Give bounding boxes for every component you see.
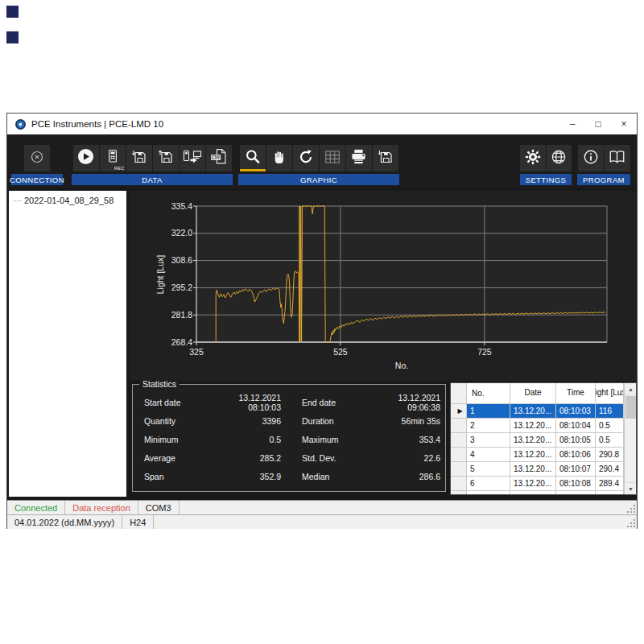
save-chart-button[interactable] <box>373 145 398 171</box>
stat-value: 13.12.2021 08:10:03 <box>218 393 281 412</box>
close-button[interactable]: × <box>611 114 637 134</box>
cell-no[interactable]: 1 <box>467 404 510 419</box>
tree-item-session[interactable]: 2022-01-04_08_29_58 <box>9 191 126 207</box>
row-header-cell[interactable] <box>451 448 467 462</box>
info-button[interactable] <box>578 145 604 171</box>
cell-time[interactable]: 08:10:05 <box>556 433 596 448</box>
maximize-button[interactable]: □ <box>585 114 611 134</box>
cell-light[interactable]: 291.4 <box>596 491 624 495</box>
book-icon <box>607 148 627 169</box>
table-row[interactable]: 213.12.20...08:10:040.5 <box>451 419 624 433</box>
cell-date[interactable]: 13.12.20... <box>510 477 556 491</box>
save-data-button[interactable] <box>126 145 152 171</box>
current-row-marker-icon[interactable]: ▶ <box>451 404 467 419</box>
chart-area[interactable]: Light [Lux] No. 335.4322.0308.6295.2281.… <box>130 191 637 381</box>
cell-light[interactable]: 0.5 <box>596 433 624 448</box>
minimize-button[interactable]: – <box>559 114 585 134</box>
column-header-date[interactable]: Date <box>510 383 556 404</box>
cell-date[interactable]: 13.12.20... <box>510 419 556 433</box>
app-logo-icon <box>15 119 26 130</box>
zoom-tool-button[interactable] <box>240 145 266 171</box>
stat-value: 22.6 <box>376 453 440 463</box>
cell-date[interactable]: 13.12.20... <box>510 491 556 495</box>
cell-time[interactable]: 08:10:08 <box>556 477 596 491</box>
table-row[interactable]: ▶113.12.20...08:10:03116 <box>451 404 624 419</box>
resize-grip[interactable] <box>627 505 635 513</box>
export-csv-button[interactable]: CSV <box>206 145 232 171</box>
scrollbar-down-icon[interactable]: ▼ <box>625 482 637 494</box>
cell-light[interactable]: 0.5 <box>596 419 624 433</box>
print-chart-button[interactable] <box>346 145 372 171</box>
row-header-cell[interactable] <box>451 462 467 477</box>
cell-time[interactable]: 08:10:03 <box>556 404 596 419</box>
table-row[interactable]: 313.12.20...08:10:050.5 <box>451 433 624 448</box>
statistics-title: Statistics <box>139 379 180 389</box>
scrollbar-up-icon[interactable]: ▲ <box>625 383 637 395</box>
cell-time[interactable]: 08:10:09 <box>556 491 596 495</box>
table-header-row: No.DateTimeLight [Lux] <box>451 383 624 404</box>
magnifier-icon <box>244 148 262 169</box>
column-header-no[interactable]: No. <box>467 383 510 404</box>
table-row[interactable]: 413.12.20...08:10:06290.8 <box>451 448 624 462</box>
load-data-button[interactable] <box>153 145 179 171</box>
start-measurement-button[interactable] <box>73 145 99 171</box>
cell-date[interactable]: 13.12.20... <box>510 433 556 448</box>
cell-no[interactable]: 6 <box>467 477 510 491</box>
cell-time[interactable]: 08:10:04 <box>556 419 596 433</box>
stat-label: Span <box>144 472 218 481</box>
desktop-icon[interactable] <box>6 31 19 43</box>
column-header-time[interactable]: Time <box>556 383 596 404</box>
cell-no[interactable]: 5 <box>467 462 510 477</box>
cell-no[interactable]: 4 <box>467 448 510 462</box>
pan-tool-button[interactable] <box>266 145 292 171</box>
column-header-light-lux[interactable]: Light [Lux] <box>596 383 624 404</box>
row-header-cell[interactable] <box>451 433 467 448</box>
cell-date[interactable]: 13.12.20... <box>510 448 556 462</box>
row-header-cell[interactable] <box>451 477 467 491</box>
stat-label: Average <box>144 453 218 463</box>
csv-file-icon: CSV <box>209 148 228 168</box>
play-icon <box>76 147 95 169</box>
cell-light[interactable]: 116 <box>596 404 624 419</box>
manual-button[interactable] <box>605 145 630 171</box>
logger-record-button[interactable]: REC <box>100 145 126 171</box>
stat-value: 353.4 <box>376 435 440 444</box>
session-tree: 2022-01-04_08_29_58 <box>9 191 126 497</box>
transfer-device-to-pc-button[interactable] <box>180 145 205 171</box>
cell-no[interactable]: 2 <box>467 419 510 433</box>
stat-value: 285.2 <box>218 453 281 463</box>
language-button[interactable] <box>547 145 572 171</box>
status-bar-connection: ConnectedData receptionCOM3 <box>7 500 637 514</box>
cell-date[interactable]: 13.12.20... <box>510 404 556 419</box>
table-row[interactable]: 713.12.20...08:10:09291.4 <box>451 491 624 495</box>
row-header-cell[interactable] <box>451 491 467 495</box>
cell-time[interactable]: 08:10:07 <box>556 462 596 477</box>
cell-no[interactable]: 3 <box>467 433 510 448</box>
status-section: 04.01.2022 (dd.MM.yyyy) <box>7 515 122 529</box>
cell-light[interactable]: 290.4 <box>596 462 624 477</box>
scrollbar-thumb[interactable] <box>625 396 636 419</box>
settings-button[interactable] <box>520 145 546 171</box>
table-scrollbar[interactable]: ▲ ▼ <box>624 383 636 494</box>
x-axis-tick-label: 525 <box>324 347 357 357</box>
window-controls: – □ × <box>559 114 637 134</box>
cell-no[interactable]: 7 <box>467 491 510 495</box>
cell-date[interactable]: 13.12.20... <box>510 462 556 477</box>
cell-light[interactable]: 290.8 <box>596 448 624 462</box>
statistics-row: Start date13.12.2021 08:10:03End date13.… <box>144 393 440 411</box>
reset-view-button[interactable] <box>293 145 319 171</box>
desktop-icon[interactable] <box>6 6 19 18</box>
resize-grip[interactable] <box>627 519 635 527</box>
table-row[interactable]: 513.12.20...08:10:07290.4 <box>451 462 624 477</box>
statistics-row: Span352.9Median286.6 <box>144 467 440 485</box>
cell-light[interactable]: 289.4 <box>596 477 624 491</box>
table-row[interactable]: 613.12.20...08:10:08289.4 <box>451 477 624 491</box>
disconnect-button[interactable] <box>24 145 50 171</box>
window-title: PCE Instruments | PCE-LMD 10 <box>31 119 163 129</box>
device-to-pc-icon <box>182 149 203 168</box>
grid-toggle-button[interactable] <box>320 145 345 171</box>
cell-time[interactable]: 08:10:06 <box>556 448 596 462</box>
rotate-icon <box>297 148 315 169</box>
y-axis-tick-label: 281.8 <box>160 310 192 320</box>
row-header-cell[interactable] <box>451 419 467 433</box>
